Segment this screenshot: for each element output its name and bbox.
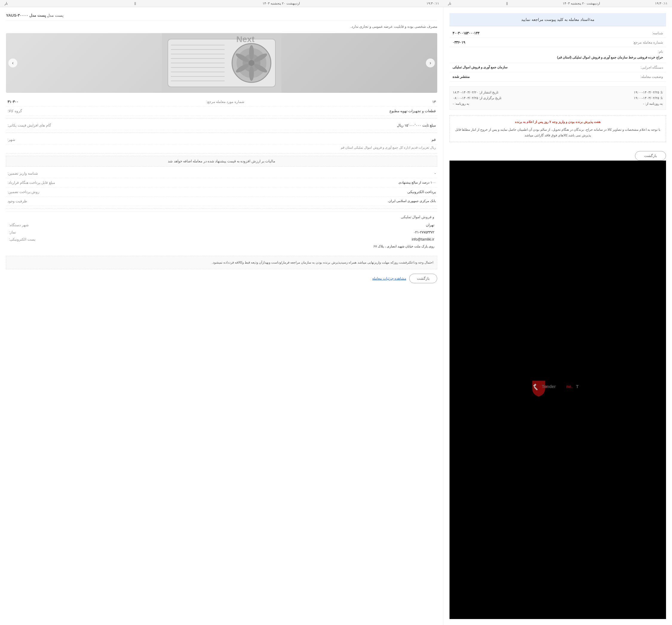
left-date: اردیبهشت ۲۰ پنجشنبه ۱۴۰۳ bbox=[563, 1, 600, 5]
back-button-left[interactable]: بازگشت bbox=[635, 151, 666, 160]
field-status: وضعیت معامله: منتشر شده bbox=[450, 72, 666, 81]
org-city-row: تهران شهر دستگاه: bbox=[9, 222, 434, 229]
action-buttons: بازگشت مشاهده جزئیات معامله bbox=[6, 274, 437, 283]
right-bar-label: بار bbox=[4, 1, 8, 5]
left-separator: || bbox=[506, 1, 508, 5]
product-image-container: Next › ‹ bbox=[6, 33, 437, 93]
product-image: Next bbox=[6, 33, 437, 93]
svg-text:T: T bbox=[576, 384, 578, 389]
svg-point-12 bbox=[249, 45, 254, 60]
left-top-bar: ۱۹:۳۰:۱۱ اردیبهشت ۲۰ پنجشنبه ۱۴۰۳ || بار bbox=[443, 0, 672, 7]
right-panel: پست مدل پست مدل ۳۰۰۰۰-YAUS مصرف شخصی بود… bbox=[0, 7, 443, 625]
watermark-area: Aria Tender .ne T bbox=[450, 160, 666, 619]
quality-row: بانک مرکزی جمهوری اسلامی ایران. ظرفیت وج… bbox=[6, 197, 437, 206]
left-time: ۱۹:۳۰:۱۱ bbox=[655, 1, 668, 5]
section-title: مه/استاد معامله به کلید پیوست مراجعه نما… bbox=[450, 13, 666, 26]
product-desc: مصرف شخصی بوده و قابلیت عرضه عمومی و تجا… bbox=[6, 24, 437, 29]
payment-amount-row: ۱۰۰ درصد از مبالغ پیشنهادی مبلغ قابل پرد… bbox=[6, 178, 437, 188]
field-org: دستگاه اجرایی: سازمان جمع آوری و فروش ام… bbox=[450, 63, 666, 72]
price-step-row: مبلغ ثابت ۱۵٬۰۰۰٬۰۰۰ ریال گام های افزایش… bbox=[6, 121, 437, 130]
details-button[interactable]: مشاهده جزئیات معامله bbox=[372, 274, 406, 283]
product-model: پست مدل پست مدل ۳۰۰۰۰-YAUS bbox=[6, 13, 437, 21]
model-label: پست مدل bbox=[46, 13, 64, 18]
svg-point-15 bbox=[249, 66, 254, 81]
ref-number-row: ۱۳ شماره مورد معامله مرجع: ۳۱۰۳۰۰ bbox=[6, 97, 437, 106]
right-date: اردیبهشت ۲۰ پنجشنبه ۱۴۰۳ bbox=[263, 1, 300, 5]
back-button-right[interactable]: بازگشت bbox=[409, 274, 437, 283]
svg-text:Tender: Tender bbox=[542, 384, 556, 389]
tax-notice: مالیات بر ارزش افزوده به قیمت پیشنهاد شد… bbox=[6, 156, 437, 167]
field-ref: شماره معامله مرجع: ۰۳۳۶۰۱۹ bbox=[450, 38, 666, 47]
field-id: شناسه: ۴۰۰۳۰۰۱۵۳۰۰۰۱۴۴ bbox=[450, 29, 666, 38]
right-top-bar: ۱۹:۳۰:۱۱ اردیبهشت ۲۰ پنجشنبه ۱۴۰۳ || بار bbox=[0, 0, 443, 7]
model-value: پست مدل ۳۰۰۰۰-YAUS bbox=[6, 13, 46, 18]
right-time: ۱۹:۳۰:۱۱ bbox=[427, 1, 439, 5]
city-desc: ریال تعزیرات قدیم اداره کل جمع آوری و فر… bbox=[6, 145, 437, 151]
org-email-row: info@tamliki.ir پست الکترونیکی: bbox=[9, 236, 434, 243]
org-address-row: روی پارک ملت خیابان شهید انصاری ، پلاک ۶… bbox=[9, 243, 434, 250]
right-separator: || bbox=[135, 1, 136, 5]
detail-rows: ۱۳ شماره مورد معامله مرجع: ۳۱۰۳۰۰ قطعات … bbox=[6, 97, 437, 116]
category-row: قطعات و تجهیزات تهویه مطبوع گروه کالا: bbox=[6, 106, 437, 116]
notice-title: هفت پذیرش برنده بودن و واریز وجه ۷ روز پ… bbox=[453, 119, 662, 125]
back-btn-container: بازگشت bbox=[450, 148, 666, 160]
svg-text:Next: Next bbox=[236, 34, 255, 44]
left-panel: مه/استاد معامله به کلید پیوست مراجعه نما… bbox=[443, 7, 672, 625]
publish-from-row: تا: ۱۴۰۳/۰۲/۲۵-۱۹:۰۰ تاریخ انتشار از: ۱۴… bbox=[453, 90, 663, 95]
guarantee-row: - شناسه واریز تضمین: bbox=[6, 169, 437, 178]
rounds-row: به روزنامه از: - به روزنامه: - bbox=[453, 101, 663, 106]
field-name: نام: حراج خرده فروشی برخط سازمان جمع آور… bbox=[450, 47, 666, 63]
bottom-notice: احتمال وجه وداعکترفشت روزکه مهلت واریزنه… bbox=[6, 256, 437, 269]
org-phone-row: ۰۲۱-۲۷۷۵۳۳۷۲ نماز: bbox=[9, 229, 434, 236]
image-prev-arrow[interactable]: › bbox=[8, 58, 17, 68]
svg-point-11 bbox=[248, 60, 255, 66]
payment-method-row: پرداخت الکترونیکی روش پرداخت تضمین: bbox=[6, 188, 437, 197]
org-title: و فروش اموال تملیکی bbox=[9, 215, 434, 219]
bid-from-row: تا: ۱۴۰۳/۰۲/۲۵-۱۹:۰۰ تاریخ برگزاری از: ۱… bbox=[453, 95, 663, 101]
image-next-arrow[interactable]: ‹ bbox=[426, 58, 435, 68]
notice-box: هفت پذیرش برنده بودن و واریز وجه ۷ روز پ… bbox=[450, 115, 666, 142]
left-bar-label: بار bbox=[448, 1, 451, 5]
city-row: قم شهر: bbox=[6, 135, 437, 145]
aria-tender-logo: Aria Tender .ne T bbox=[528, 377, 588, 402]
org-section: و فروش اموال تملیکی تهران شهر دستگاه: ۰۲… bbox=[6, 211, 437, 253]
date-section: تا: ۱۴۰۳/۰۲/۲۵-۱۹:۰۰ تاریخ انتشار از: ۱۴… bbox=[450, 86, 666, 110]
notice-text: با توجه به اعلام مشخصات و تصاویر کالا در… bbox=[453, 127, 662, 138]
svg-text:.ne: .ne bbox=[566, 384, 572, 389]
info-fields: شناسه: ۴۰۰۳۰۰۱۵۳۰۰۰۱۴۴ شماره معامله مرجع… bbox=[450, 26, 666, 84]
